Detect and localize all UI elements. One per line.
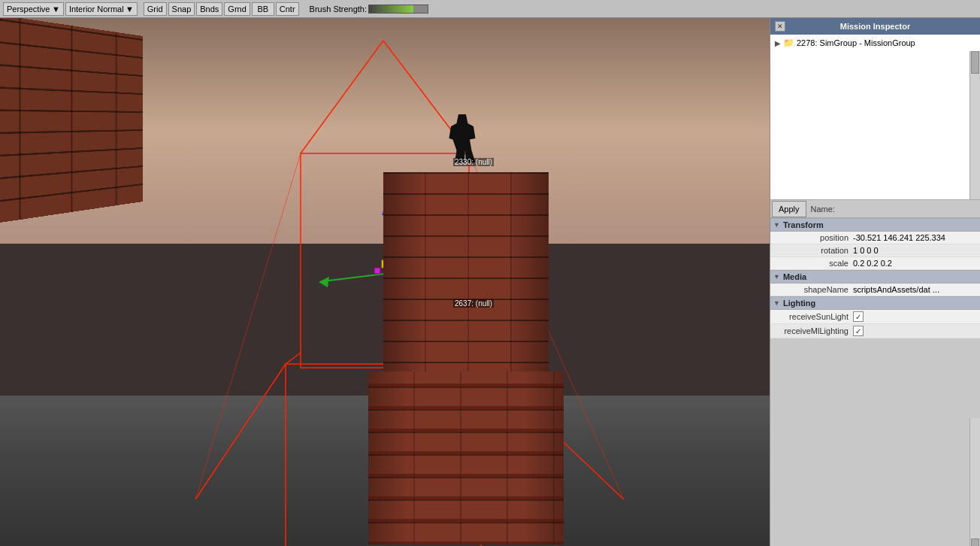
inspector-title-bar: ✕ Mission Inspector	[770, 18, 980, 35]
transform-section-label: Transform	[783, 220, 824, 229]
receive-sun-row: receiveSunLight	[770, 310, 980, 324]
tree-scrollbar[interactable]	[969, 51, 980, 200]
inspector-title: Mission Inspector	[840, 22, 911, 31]
tree-scrollbar-thumb[interactable]	[971, 51, 979, 74]
dropdown-arrow-icon2: ▼	[126, 5, 134, 14]
dropdown-arrow-icon: ▼	[52, 5, 60, 14]
svg-rect-17	[374, 268, 380, 274]
media-section-header[interactable]: ▼ Media	[770, 270, 980, 284]
receive-ml-label: receiveMlLighting	[773, 326, 848, 335]
position-label: position	[773, 233, 848, 242]
brush-strength-label: Brush Strength:	[310, 5, 367, 14]
lighting-collapse-icon: ▼	[773, 299, 780, 307]
transform-section-header[interactable]: ▼ Transform	[770, 218, 980, 232]
interior-normal-select[interactable]: Interior Normal	[69, 5, 124, 14]
inspector-properties[interactable]: ▼ Transform position -30.521 146.241 225…	[770, 218, 980, 546]
shape-name-label: shapeName	[773, 285, 848, 294]
pillar-upper	[383, 172, 549, 383]
receive-sun-label: receiveSunLight	[773, 312, 848, 321]
scale-value: 0.2 0.2 0.2	[853, 259, 977, 268]
rotation-row: rotation 1 0 0 0	[770, 244, 980, 257]
inspector-panel: ✕ Mission Inspector ▶ 📁 2278: SimGroup -…	[770, 18, 980, 546]
name-label: Name:	[808, 205, 838, 214]
scale-row: scale 0.2 0.2 0.2	[770, 257, 980, 270]
lighting-section-header[interactable]: ▼ Lighting	[770, 296, 980, 310]
interior-normal-dropdown[interactable]: Interior Normal ▼	[65, 2, 138, 16]
perspective-select[interactable]: Perspective	[7, 5, 50, 14]
tree-item-label: 2278: SimGroup - MissionGroup	[797, 38, 915, 47]
snap-button[interactable]: Snap	[168, 2, 195, 16]
media-collapse-icon: ▼	[773, 273, 780, 281]
brush-slider-fill	[369, 5, 413, 13]
inspector-tree[interactable]: ▶ 📁 2278: SimGroup - MissionGroup	[770, 35, 980, 200]
cntr-button[interactable]: Cntr	[276, 2, 299, 16]
svg-marker-15	[319, 277, 329, 287]
lighting-section-label: Lighting	[783, 299, 815, 308]
expand-icon: ▶	[775, 39, 781, 47]
pillar-lower	[368, 372, 564, 544]
receive-ml-checkbox[interactable]	[853, 326, 864, 336]
brick-texture-patch	[0, 18, 143, 229]
media-section-label: Media	[783, 272, 806, 281]
svg-line-14	[323, 274, 385, 281]
rotation-value: 1 0 0 0	[853, 246, 977, 255]
inspector-actions-bar: Apply Name:	[770, 200, 980, 218]
inspector-close-button[interactable]: ✕	[775, 21, 785, 32]
receive-ml-row: receiveMlLighting	[770, 324, 980, 338]
viewport[interactable]: 2330: (null) 2637: (null)	[0, 18, 770, 546]
props-scrollbar[interactable]	[969, 418, 980, 546]
perspective-dropdown[interactable]: Perspective ▼	[3, 2, 64, 16]
bnds-button[interactable]: Bnds	[196, 2, 222, 16]
transform-collapse-icon: ▼	[773, 221, 780, 229]
grnd-button[interactable]: Grnd	[224, 2, 250, 16]
apply-button[interactable]: Apply	[772, 201, 806, 217]
bb-button[interactable]: BB	[252, 2, 274, 16]
grid-button[interactable]: Grid	[144, 2, 167, 16]
shape-name-value: scriptsAndAssets/dat ...	[853, 285, 977, 294]
position-row: position -30.521 146.241 225.334	[770, 232, 980, 244]
brush-strength-slider[interactable]	[368, 5, 428, 14]
svg-line-2	[286, 353, 301, 364]
scale-label: scale	[773, 259, 848, 268]
position-value: -30.521 146.241 225.334	[853, 233, 977, 242]
receive-sun-checkbox[interactable]	[853, 311, 864, 322]
tree-item-mission-group[interactable]: ▶ 📁 2278: SimGroup - MissionGroup	[772, 36, 978, 50]
rotation-label: rotation	[773, 246, 848, 255]
shape-name-row: shapeName scriptsAndAssets/dat ...	[770, 284, 980, 296]
toolbar: Perspective ▼ Interior Normal ▼ Grid Sna…	[0, 0, 980, 18]
folder-icon: 📁	[783, 38, 794, 48]
props-scrollbar-thumb[interactable]	[971, 538, 979, 546]
